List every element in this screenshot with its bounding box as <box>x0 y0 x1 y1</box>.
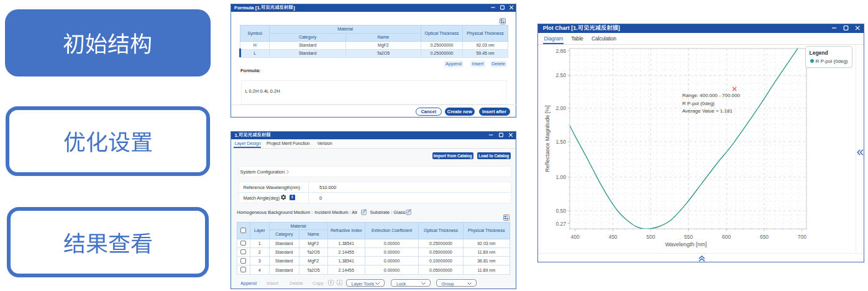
svg-text:2.00: 2.00 <box>555 105 566 111</box>
svg-text:0.50: 0.50 <box>555 208 566 214</box>
svg-text:500: 500 <box>646 234 655 240</box>
svg-text:1.00: 1.00 <box>555 174 566 180</box>
svg-text:R P-pol (0deg): R P-pol (0deg) <box>682 101 715 106</box>
svg-text:450: 450 <box>608 234 617 240</box>
svg-text:Average Value = 1.181: Average Value = 1.181 <box>682 108 733 114</box>
svg-text:Wavelength [nm]: Wavelength [nm] <box>665 241 706 247</box>
svg-text:400: 400 <box>571 234 580 240</box>
svg-text:550: 550 <box>684 234 693 240</box>
svg-text:700: 700 <box>798 234 806 240</box>
svg-text:2.50: 2.50 <box>555 72 566 78</box>
svg-text:1.50: 1.50 <box>555 139 566 145</box>
svg-text:2.86: 2.86 <box>555 48 566 54</box>
svg-text:Range: 400.000 - 700.000: Range: 400.000 - 700.000 <box>682 93 741 98</box>
svg-text:600: 600 <box>722 234 731 240</box>
svg-text:Reflectance Magnitude [%]: Reflectance Magnitude [%] <box>544 105 550 172</box>
svg-text:650: 650 <box>760 234 769 240</box>
svg-text:0.27: 0.27 <box>555 221 566 227</box>
